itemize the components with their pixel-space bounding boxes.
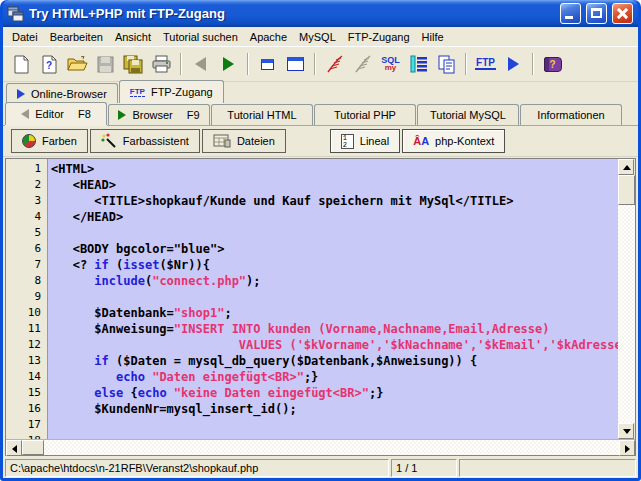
font-context-icon: ÂA	[413, 136, 429, 147]
horizontal-scrollbar[interactable]	[6, 439, 635, 455]
menu-tutorial-suchen[interactable]: Tutorial suchen	[157, 28, 244, 46]
code-line[interactable]	[51, 225, 618, 241]
code-line[interactable]	[51, 289, 618, 305]
horizontal-scroll-track[interactable]	[44, 440, 619, 455]
line-number: 6	[6, 241, 47, 257]
php-kontext-toggle[interactable]: ÂA php-Kontext	[402, 129, 505, 153]
window-large-button[interactable]	[283, 52, 308, 77]
tab-informationen[interactable]: Informationen	[520, 104, 622, 125]
run-button[interactable]	[216, 52, 241, 77]
tab-browser[interactable]: Browser F9	[108, 104, 210, 125]
toolbar-separator	[247, 53, 249, 75]
menu-mysql[interactable]: MySQL	[293, 28, 342, 46]
code-line[interactable]: <? if (isset($Nr)){	[51, 257, 618, 273]
code-line[interactable]: <HEAD>	[51, 177, 618, 193]
farbassistent-button[interactable]: Farbassistent	[90, 129, 200, 153]
list-button[interactable]	[406, 52, 431, 77]
vertical-scroll-track[interactable]	[618, 205, 635, 423]
code-line[interactable]	[51, 417, 618, 433]
line-number: 5	[6, 225, 47, 241]
line-number: 17	[6, 417, 47, 433]
code-line[interactable]: <HTML>	[51, 161, 618, 177]
svg-text:?: ?	[46, 60, 52, 71]
mysql-icon: SQL my	[381, 56, 400, 72]
save-all-button[interactable]	[121, 52, 146, 77]
new-page-button[interactable]	[9, 52, 34, 77]
menu-apache[interactable]: Apache	[244, 28, 293, 46]
toolbar-separator	[532, 53, 534, 75]
code-line[interactable]: $Datenbank="shop1";	[51, 305, 618, 321]
line-number: 8	[6, 273, 47, 289]
code-line[interactable]: else {echo "keine Daten eingefügt<BR>";}	[51, 385, 618, 401]
run-icon	[223, 57, 234, 71]
gutter: 123456789101112131415161718	[6, 159, 48, 439]
menu-datei[interactable]: Datei	[6, 28, 44, 46]
code-line[interactable]: <TITLE>shopkauf/Kunde und Kauf speichern…	[51, 193, 618, 209]
window-title: Try HTML+PHP mit FTP-Zugang	[29, 6, 555, 21]
list-icon	[410, 55, 428, 73]
code-line[interactable]: </HEAD>	[51, 209, 618, 225]
new-php-page-button[interactable]: ?	[37, 52, 62, 77]
print-button[interactable]	[149, 52, 174, 77]
vertical-scrollbar[interactable]	[618, 159, 635, 439]
tab-tutorial-html[interactable]: Tutorial HTML	[211, 104, 313, 125]
close-button[interactable]	[612, 3, 633, 24]
line-number: 15	[6, 385, 47, 401]
save-button[interactable]	[93, 52, 118, 77]
code-line[interactable]: VALUES ('$kVorname','$kNachname','$kEmai…	[51, 337, 618, 353]
window-small-button[interactable]	[255, 52, 280, 77]
menu-bearbeiten[interactable]: Bearbeiten	[44, 28, 109, 46]
tab-online-browser[interactable]: Online-Browser	[6, 83, 118, 103]
scroll-down-button[interactable]	[618, 423, 634, 439]
farben-button[interactable]: Farben	[11, 129, 88, 153]
code-line[interactable]: $KundenNr=mysql_insert_id();	[51, 401, 618, 417]
ftp-run-button[interactable]	[501, 52, 526, 77]
menu-hilfe[interactable]: Hilfe	[416, 28, 450, 46]
horizontal-scroll-thumb[interactable]	[22, 440, 44, 455]
new-php-page-icon: ?	[41, 55, 58, 74]
client-area: Datei Bearbeiten Ansicht Tutorial suchen…	[3, 27, 638, 478]
tab-row-mode: Online-Browser FTP FTP-Zugang	[3, 82, 638, 103]
menu-ansicht[interactable]: Ansicht	[109, 28, 157, 46]
arrow-right-icon	[625, 445, 630, 453]
copy-pages-button[interactable]	[434, 52, 459, 77]
arrow-up-icon	[623, 165, 631, 170]
play-green-icon	[118, 110, 126, 120]
tab-tutorial-php[interactable]: Tutorial PHP	[314, 104, 416, 125]
help-button[interactable]: ?	[540, 52, 565, 77]
new-page-icon	[13, 55, 30, 74]
apache-start-button[interactable]	[322, 52, 347, 77]
line-number: 3	[6, 193, 47, 209]
apache-stop-button[interactable]	[350, 52, 375, 77]
line-number: 12	[6, 337, 47, 353]
dateien-button[interactable]: Dateien	[202, 129, 286, 153]
mysql-button[interactable]: SQL my	[378, 52, 403, 77]
code-line[interactable]: if ($Daten = mysql_db_query($Datenbank,$…	[51, 353, 618, 369]
scroll-left-button[interactable]	[6, 440, 22, 456]
scroll-up-button[interactable]	[618, 159, 634, 175]
play-blue-icon	[17, 89, 25, 99]
open-file-button[interactable]	[65, 52, 90, 77]
code-line[interactable]: include("connect.php");	[51, 273, 618, 289]
back-button[interactable]	[188, 52, 213, 77]
ftp-button[interactable]: FTP	[473, 52, 498, 77]
code-lines[interactable]: <HTML> <HEAD> <TITLE>shopkauf/Kunde und …	[48, 159, 618, 439]
minimize-button[interactable]	[560, 3, 581, 24]
ftp-icon: FTP	[475, 58, 496, 70]
lineal-toggle[interactable]: 1 2 Lineal	[330, 129, 400, 153]
tab-tutorial-mysql[interactable]: Tutorial MySQL	[417, 104, 519, 125]
code-editor[interactable]: 123456789101112131415161718 <HTML> <HEAD…	[5, 158, 636, 456]
app-icon	[7, 6, 24, 22]
tab-editor[interactable]: Editor F8	[5, 102, 107, 125]
menu-ftp-zugang[interactable]: FTP-Zugang	[342, 28, 416, 46]
code-line[interactable]: <BODY bgcolor="blue">	[51, 241, 618, 257]
files-icon	[213, 134, 231, 148]
code-line[interactable]: echo "Daten eingefügt<BR>";}	[51, 369, 618, 385]
title-bar[interactable]: Try HTML+PHP mit FTP-Zugang	[3, 0, 638, 27]
code-line[interactable]: $Anweisung="INSERT INTO kunden (Vorname,…	[51, 321, 618, 337]
scroll-right-button[interactable]	[619, 440, 635, 456]
vertical-scroll-thumb[interactable]	[618, 175, 635, 205]
maximize-button[interactable]	[586, 3, 607, 24]
help-book-icon: ?	[544, 57, 562, 72]
tab-ftp-zugang[interactable]: FTP FTP-Zugang	[119, 80, 224, 103]
